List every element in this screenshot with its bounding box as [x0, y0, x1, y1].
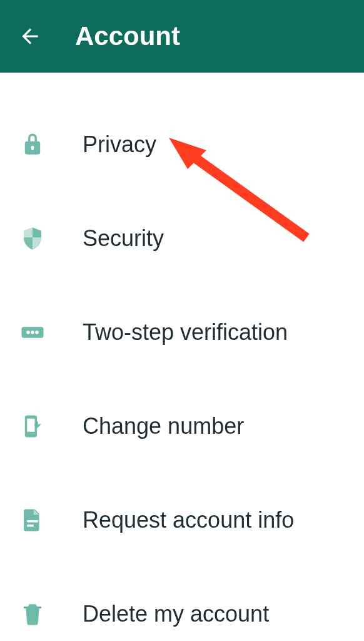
svg-rect-6 — [27, 520, 38, 523]
list-item-label: Request account info — [83, 507, 294, 533]
lock-icon — [18, 130, 48, 160]
svg-point-3 — [35, 331, 39, 334]
arrow-left-icon — [18, 24, 42, 48]
list-item-security[interactable]: Security — [0, 192, 364, 285]
list-item-label: Security — [83, 225, 164, 252]
list-item-privacy[interactable]: Privacy — [0, 98, 364, 192]
list-item-two-step[interactable]: Two-step verification — [0, 285, 364, 379]
list-item-label: Delete my account — [83, 601, 269, 627]
list-item-request-info[interactable]: Request account info — [0, 473, 364, 567]
shield-icon — [18, 223, 48, 254]
header-bar: Account — [0, 0, 364, 73]
svg-rect-7 — [27, 525, 34, 527]
list-item-delete-account[interactable]: Delete my account — [0, 567, 364, 641]
list-item-label: Privacy — [83, 131, 156, 158]
document-icon — [18, 505, 48, 535]
settings-list: Privacy Security Two-step verification C… — [0, 73, 364, 641]
page-title: Account — [75, 21, 180, 51]
dots-icon — [18, 317, 48, 347]
trash-icon — [18, 599, 48, 629]
list-item-change-number[interactable]: Change number — [0, 379, 364, 473]
svg-point-2 — [31, 331, 34, 334]
list-item-label: Change number — [83, 413, 244, 439]
change-number-icon — [18, 411, 48, 441]
list-item-label: Two-step verification — [83, 319, 288, 346]
svg-rect-5 — [27, 419, 34, 432]
svg-point-1 — [26, 331, 30, 334]
back-button[interactable] — [15, 21, 45, 51]
